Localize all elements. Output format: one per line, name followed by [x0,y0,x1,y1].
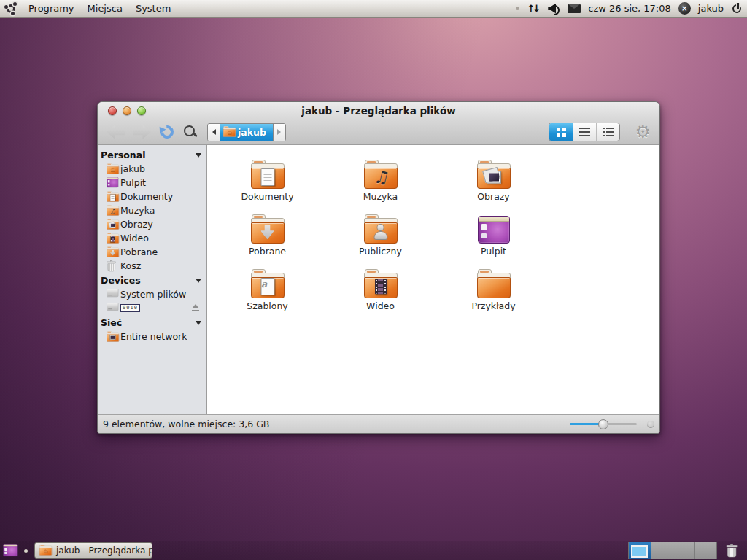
menu-system[interactable]: System [131,1,176,15]
volume-icon[interactable] [548,4,560,14]
file-grid[interactable]: Dokumenty♫MuzykaObrazyPobranePublicznyPu… [207,145,659,414]
sidebar-item-0010[interactable]: 0010 [98,301,206,315]
status-bar: 9 elementów, wolne miejsce: 3,6 GB [98,414,659,433]
maximize-button[interactable] [137,106,146,115]
file-item-pobrane[interactable]: Pobrane [211,207,324,262]
close-button[interactable] [108,106,117,115]
file-item-szablony[interactable]: aSzablony [211,262,324,316]
sidebar-section-devices[interactable]: Devices [98,273,206,287]
search-button[interactable] [183,125,198,139]
taskbar-window-button[interactable]: jakub - Przeglądarka p... [34,542,152,559]
file-item-obrazy[interactable]: Obrazy [437,152,550,207]
indicator-dot-icon [516,7,519,10]
sidebar-section-sie[interactable]: Sieć [98,315,206,330]
home-folder-icon [39,545,52,556]
forward-button[interactable] [133,125,151,139]
sidebar-item-obrazy[interactable]: Obrazy [98,217,206,231]
icon-view-button[interactable] [549,123,573,141]
status-text: 9 elementów, wolne miejsce: 3,6 GB [103,419,269,429]
resize-grip[interactable] [647,421,654,428]
show-desktop-button[interactable] [1,542,19,559]
sidebar-item-dokumenty[interactable]: Dokumenty [98,190,206,203]
list-view-button[interactable] [573,123,596,141]
clock[interactable]: czw 26 sie, 17:08 [588,3,671,14]
workspace-3[interactable] [673,542,694,559]
trash-icon [107,260,116,272]
path-crumb-home[interactable]: jakub [220,124,274,141]
folder-plain-icon [477,269,511,298]
network-arrows-icon[interactable]: ↑↓ [527,3,541,14]
window-controls [98,106,146,115]
sidebar-item-jakub[interactable]: jakub [98,162,206,176]
folder-home-icon [107,163,119,174]
sidebar-item-wideo[interactable]: Wideo [98,231,206,245]
folder-home-icon [223,126,236,137]
collapse-triangle-icon [196,279,201,283]
drive-icon [107,289,118,297]
username-menu[interactable]: jakub [698,3,724,14]
file-item-pulpit[interactable]: Pulpit [437,207,550,262]
folder-template-icon: a [251,269,285,298]
toolbar: jakub ⚙ [98,119,659,145]
drive-icon [107,303,118,311]
top-panel: ProgramyMiejscaSystem ↑↓ czw 26 sie, 17:… [0,0,747,18]
menu-programy[interactable]: Programy [23,1,80,15]
folder-image-icon [477,160,511,189]
sidebar-item-pulpit[interactable]: Pulpit [98,176,206,190]
workspace-4[interactable] [694,542,716,559]
workspace-1[interactable] [629,542,651,559]
minimize-button[interactable] [123,106,131,115]
desktop-background[interactable]: { "glyphs": { "music": "♫", "template_le… [0,0,747,560]
sidebar-item-entire-network[interactable]: Entire network [98,330,206,343]
folder-video-icon [364,269,398,298]
zoom-slider-handle[interactable] [598,419,608,429]
system-tray: ↑↓ czw 26 sie, 17:08 × jakub [516,2,743,15]
folder-user-icon [364,214,398,244]
path-bar: jakub [207,123,286,141]
workspace-2[interactable] [651,542,673,559]
user-status-badge-icon[interactable]: × [678,2,691,15]
path-forward-segment[interactable] [274,124,285,141]
sidebar-item-pobrane[interactable]: Pobrane [98,245,206,259]
titlebar[interactable]: jakub - Przeglądarka plików [98,102,659,119]
trash-icon [726,544,738,558]
gear-icon[interactable]: ⚙ [635,123,651,141]
mail-envelope-icon[interactable] [568,4,581,13]
folder-home-icon [39,545,52,556]
trash-icon[interactable] [726,544,741,558]
compact-view-icon [603,128,614,136]
folder-music-icon: ♫ [364,160,398,189]
sidebar-section-personal[interactable]: Personal [98,147,206,162]
sidebar-item-kosz[interactable]: Kosz [98,259,206,273]
file-item-wideo[interactable]: Wideo [324,262,437,316]
back-button[interactable] [107,125,125,139]
list-view-icon [579,128,590,136]
distro-logo-icon[interactable] [4,2,18,15]
window-title: jakub - Przeglądarka plików [98,105,659,117]
eject-icon[interactable] [190,304,200,312]
compact-view-button[interactable] [596,123,619,141]
power-icon[interactable] [731,3,743,15]
refresh-button[interactable] [159,124,175,140]
file-item-muzyka[interactable]: ♫Muzyka [324,152,437,207]
folder-doc-icon [107,191,119,202]
folder-music-icon: ♫ [107,205,119,216]
sidebar-item-muzyka[interactable]: ♫Muzyka [98,203,206,217]
workspace-switcher [628,542,717,559]
zoom-slider[interactable] [570,419,637,430]
collapse-triangle-icon [196,321,201,325]
sidebar-item-system-plik-w[interactable]: System plików [98,287,206,301]
home-folder-icon [223,126,236,138]
bottom-panel: jakub - Przeglądarka p... [0,541,747,560]
menu-bar: ProgramyMiejscaSystem [23,1,176,15]
file-item-publiczny[interactable]: Publiczny [324,207,437,262]
sidebar: PersonaljakubPulpitDokumenty♫MuzykaObraz… [98,145,207,414]
folder-down-icon [251,214,285,244]
file-item-przyk-ady[interactable]: Przykłady [437,262,550,316]
icon-view-icon [557,128,566,137]
file-item-dokumenty[interactable]: Dokumenty [211,152,324,207]
menu-miejsca[interactable]: Miejsca [82,1,128,15]
desktop-icon [3,544,18,556]
path-back-segment[interactable] [208,124,220,141]
folder-image-icon [107,219,119,230]
